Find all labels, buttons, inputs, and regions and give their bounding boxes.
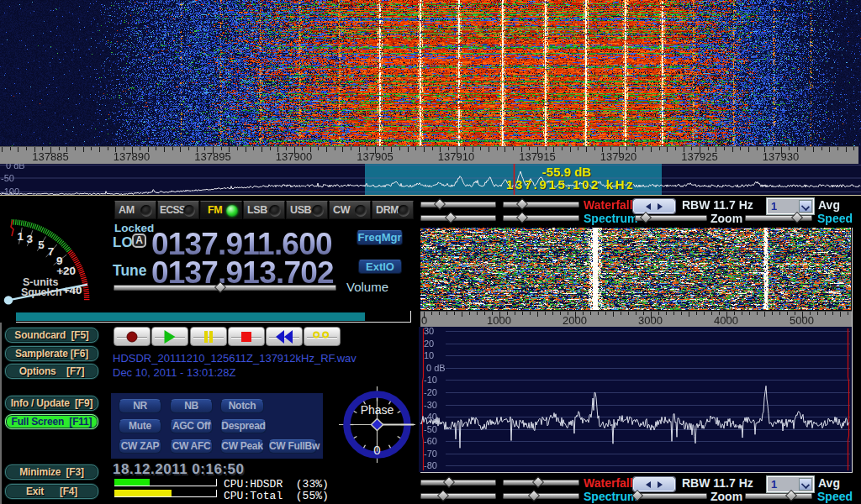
svg-text:1: 1 xyxy=(17,230,24,243)
svg-text:Phase: Phase xyxy=(361,403,394,417)
svg-text:0: 0 xyxy=(373,443,380,457)
svg-text:7: 7 xyxy=(48,245,55,258)
svg-text:5: 5 xyxy=(38,239,45,251)
svg-text:3: 3 xyxy=(26,233,33,245)
svg-text:+20: +20 xyxy=(56,265,76,277)
